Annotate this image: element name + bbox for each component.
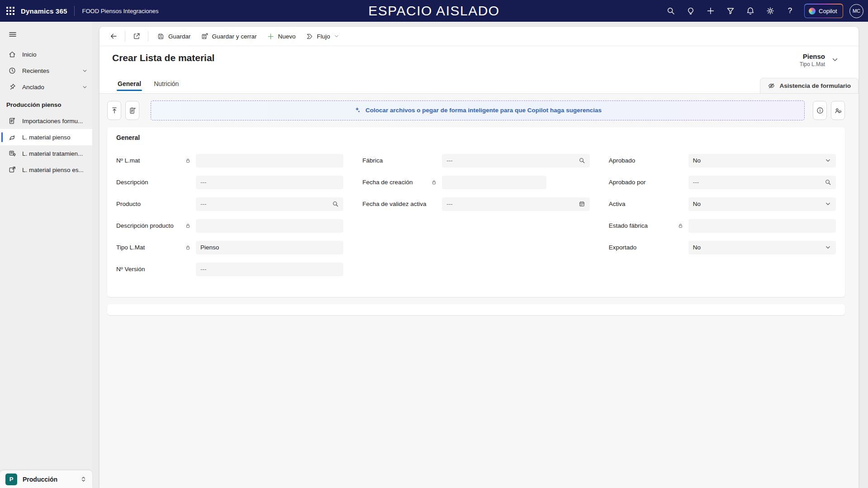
lock-icon xyxy=(678,223,683,229)
avatar[interactable]: MC xyxy=(849,4,863,18)
field-input-tipo-l-mat[interactable]: Pienso xyxy=(196,241,343,254)
app-name[interactable]: FOOD Piensos Integraciones xyxy=(82,8,158,14)
sidebar-item-importaciones-formu[interactable]: Importaciones formu... xyxy=(0,113,92,129)
tab-label: Nutrición xyxy=(154,80,179,87)
bell-button[interactable] xyxy=(742,2,759,19)
help-button[interactable]: ? xyxy=(782,2,799,19)
product-title[interactable]: Dynamics 365 xyxy=(21,7,67,15)
filter-button[interactable] xyxy=(722,2,739,19)
app-launcher-icon[interactable] xyxy=(0,0,21,22)
sidebar-item-label: L. material pienso es... xyxy=(22,167,88,173)
tab-general[interactable]: General xyxy=(112,77,147,93)
field-input-activa[interactable]: No xyxy=(688,197,836,211)
field-placeholder: --- xyxy=(200,179,207,186)
main-content-area: Guardar Guardar y cerrar Nuevo Flujo Cre… xyxy=(92,22,868,488)
info-button[interactable] xyxy=(813,101,827,120)
clipboard-sparkle-icon xyxy=(128,106,137,115)
field-input-aprobado-por[interactable]: --- xyxy=(688,176,836,189)
record-type-value: Pienso xyxy=(800,53,825,61)
copilot-button[interactable]: Copilot xyxy=(804,4,843,18)
field-input-exportado[interactable]: No xyxy=(688,241,836,254)
command-label: Guardar xyxy=(168,33,191,40)
sidebar-item-l-material-pienso-es[interactable]: L. material pienso es... xyxy=(0,162,92,178)
save-icon xyxy=(157,33,165,40)
field-input-estado-f-brica[interactable] xyxy=(688,219,836,233)
field-input-producto[interactable]: --- xyxy=(196,197,343,211)
field-label: Fábrica xyxy=(362,157,431,164)
plus-icon xyxy=(267,33,275,40)
lightbulb-icon xyxy=(686,6,695,15)
guardar-y-cerrar-button[interactable]: Guardar y cerrar xyxy=(196,29,262,44)
magnifier-icon[interactable] xyxy=(579,157,585,164)
copilot-dropzone[interactable]: Colocar archivos o pegar de forma inteli… xyxy=(151,100,805,120)
hamburger-icon xyxy=(8,30,17,39)
bird-icon xyxy=(8,133,16,141)
field-input-fecha-de-validez-activa[interactable]: --- xyxy=(442,197,589,211)
waffle-icon xyxy=(6,7,14,15)
collapsed-footer-section[interactable] xyxy=(107,304,845,315)
lightbulb-button[interactable] xyxy=(682,2,699,19)
home-icon xyxy=(8,50,16,58)
field-row: Aprobado por --- xyxy=(609,176,836,189)
tab-nutrición[interactable]: Nutrición xyxy=(148,77,184,93)
feedback-button[interactable] xyxy=(831,101,845,120)
guardar-button[interactable]: Guardar xyxy=(152,29,196,44)
record-type-switcher[interactable]: Pienso Tipo L.Mat xyxy=(800,53,840,67)
environment-picker[interactable]: P Producción xyxy=(0,470,92,488)
filter-icon xyxy=(726,6,735,15)
chevron-down-icon[interactable] xyxy=(825,244,831,251)
sidebar-item-anclado[interactable]: Anclado xyxy=(0,79,92,95)
field-input-fecha-de-creaci-n[interactable] xyxy=(442,176,546,189)
flujo-button[interactable]: Flujo xyxy=(301,29,344,44)
field-row: Producto --- xyxy=(116,197,343,211)
page-title: Crear Lista de material xyxy=(112,53,214,63)
sidebar-item-l-material-tratamien[interactable]: L. material tratamien... xyxy=(0,145,92,162)
tab-label: General xyxy=(118,80,141,87)
chevron-down-icon[interactable] xyxy=(825,157,831,164)
nuevo-button[interactable]: Nuevo xyxy=(262,29,301,44)
field-label: Tipo L.Mat xyxy=(116,244,185,251)
back-button[interactable] xyxy=(106,29,121,43)
copilot-button-label: Copilot xyxy=(819,8,837,14)
upload-icon xyxy=(110,106,119,115)
magnifier-icon[interactable] xyxy=(332,201,339,207)
field-input-f-brica[interactable]: --- xyxy=(442,154,589,167)
section-title: General xyxy=(116,134,836,141)
lock-icon xyxy=(431,179,437,185)
gear-button[interactable] xyxy=(762,2,779,19)
calendar-icon[interactable] xyxy=(579,201,585,207)
command-label: Nuevo xyxy=(278,33,296,40)
chevrons-updown-icon xyxy=(80,476,87,483)
smart-paste-button[interactable] xyxy=(125,101,139,120)
chevron-down-icon xyxy=(82,68,88,74)
sitemap-toggle-button[interactable] xyxy=(4,25,22,43)
page-header: Crear Lista de material Pienso Tipo L.Ma… xyxy=(100,46,859,93)
search-button[interactable] xyxy=(662,2,679,19)
sidebar-item-recientes[interactable]: Recientes xyxy=(0,62,92,79)
field-input-descripci-n[interactable]: --- xyxy=(196,176,343,189)
form-assistant-toggle[interactable]: Asistencia de formulario xyxy=(760,78,859,93)
field-input-descripci-n-producto[interactable] xyxy=(196,219,343,233)
magnifier-icon[interactable] xyxy=(825,179,831,186)
sidebar-item-l-material-pienso[interactable]: L. material pienso xyxy=(0,129,92,145)
chevron-down-icon[interactable] xyxy=(825,201,831,207)
sidebar-item-label: Recientes xyxy=(22,67,82,74)
box-arrow-icon xyxy=(8,166,16,174)
field-input-n-versi-n[interactable]: --- xyxy=(196,263,343,276)
field-input-aprobado[interactable]: No xyxy=(688,154,836,167)
bell-icon xyxy=(746,6,755,15)
commandbar-divider xyxy=(125,31,125,41)
sidebar-item-label: Importaciones formu... xyxy=(22,118,88,124)
field-placeholder: --- xyxy=(200,266,207,273)
field-label: Fecha de creación xyxy=(362,179,431,186)
lock-icon xyxy=(185,158,191,163)
field-label: Fecha de validez activa xyxy=(362,201,431,207)
field-row: Tipo L.Mat Pienso xyxy=(116,241,343,254)
open-in-new-window-button[interactable] xyxy=(129,29,144,43)
sidebar-item-inicio[interactable]: Inicio xyxy=(0,46,92,62)
environment-badge: P xyxy=(5,474,17,485)
upload-file-button[interactable] xyxy=(107,101,121,120)
plus-button[interactable] xyxy=(702,2,719,19)
field-input-n-l-mat[interactable] xyxy=(196,154,343,167)
command-label: Guardar y cerrar xyxy=(212,33,257,40)
